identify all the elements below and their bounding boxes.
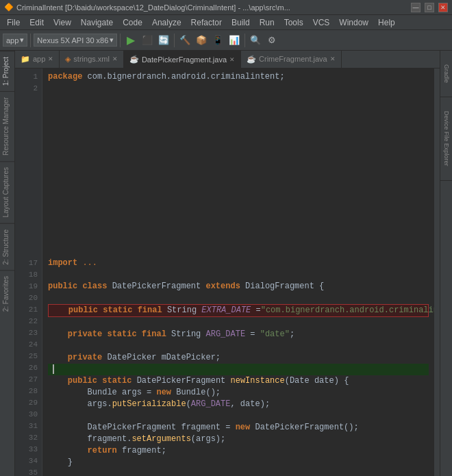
code-line-blank3 — [48, 118, 429, 129]
code-line-18 — [48, 269, 429, 281]
code-line-blank5 — [48, 141, 429, 153]
resource-manager-tool-window[interactable]: Resource Manager — [0, 91, 14, 161]
avd-manager-button[interactable]: 📱 — [210, 33, 225, 48]
structure-tool-window[interactable]: 2: Structure — [0, 223, 14, 271]
app-icon: 🔶 — [4, 3, 14, 12]
editor-area: 📁 app ✕ ◈ strings.xml ✕ ☕ DatePickerFrag… — [15, 51, 440, 476]
menu-run[interactable]: Run — [255, 16, 279, 29]
line-numbers: 1 2 17 18 19 20 21 — [15, 68, 42, 476]
tab-strings-label: strings.xml — [73, 55, 110, 63]
tab-app[interactable]: 📁 app ✕ — [15, 51, 60, 68]
code-line-25: private DatePicker mDatePicker; — [48, 352, 429, 364]
code-line-26 — [48, 364, 429, 375]
tab-strings-xml[interactable]: ◈ strings.xml ✕ — [60, 51, 124, 68]
code-line-28: Bundle args = new Bundle(); — [48, 387, 429, 399]
menu-code[interactable]: Code — [118, 16, 147, 29]
code-line-blank11 — [48, 211, 429, 223]
menu-analyze[interactable]: Analyze — [148, 16, 186, 29]
code-line-blank13 — [48, 234, 429, 246]
chevron-down-icon: ▾ — [20, 36, 24, 45]
code-line-1: package com.bignerdranch.android.crimina… — [48, 71, 429, 83]
tab-datepicker-fragment[interactable]: ☕ DatePickerFragment.java ✕ — [124, 51, 241, 68]
code-line-23: private static final String ARG_DATE = "… — [48, 329, 429, 340]
device-selector-label: Nexus 5X API 30 x86 — [37, 36, 108, 45]
code-line-blank7 — [48, 164, 429, 176]
chevron-down-icon-2: ▾ — [110, 36, 114, 45]
code-line-30 — [48, 410, 429, 422]
toolbar-separator-1 — [30, 34, 31, 47]
code-line-27: public static DatePickerFragment newInst… — [48, 375, 429, 387]
code-line-blank14 — [48, 246, 429, 258]
title-bar: 🔶 CriminalIntent [D:\baidu\workspace\12_… — [0, 0, 452, 15]
tab-strings-close[interactable]: ✕ — [112, 55, 118, 62]
code-line-blank12 — [48, 223, 429, 234]
code-content[interactable]: package com.bignerdranch.android.crimina… — [42, 68, 434, 476]
code-line-19: public class DatePickerFragment extends … — [48, 281, 429, 292]
favorites-tool-window[interactable]: 2: Favorites — [0, 270, 14, 317]
xml-icon: ◈ — [65, 55, 71, 64]
code-line-2 — [48, 83, 429, 95]
device-selector[interactable]: Nexus 5X API 30 x86 ▾ — [34, 34, 117, 47]
code-line-22 — [48, 317, 429, 329]
app-selector[interactable]: app ▾ — [3, 34, 27, 47]
tab-datepicker-label: DatePickerFragment.java — [142, 55, 227, 64]
toolbar-separator-2 — [120, 34, 121, 47]
gradle-tool-window[interactable]: Gradle — [440, 51, 452, 97]
toolbar-separator-4 — [244, 34, 245, 47]
menu-bar: File Edit View Navigate Code Analyze Ref… — [0, 15, 452, 30]
menu-edit[interactable]: Edit — [25, 16, 48, 29]
tab-crime-label: CrimeFragment.java — [259, 55, 327, 63]
run-button[interactable]: ▶ — [123, 33, 138, 48]
editor-tabs: 📁 app ✕ ◈ strings.xml ✕ ☕ DatePickerFrag… — [15, 51, 440, 68]
toolbar-separator-3 — [174, 34, 175, 47]
menu-refactor[interactable]: Refactor — [187, 16, 226, 29]
layout-captures-tool-window[interactable]: Layout Captures — [0, 161, 14, 223]
tab-app-label: app — [33, 55, 45, 63]
right-sidebar: Gradle Device File Explorer — [440, 51, 452, 476]
menu-window[interactable]: Window — [335, 16, 373, 29]
code-line-32: fragment.setArguments(args); — [48, 434, 429, 445]
code-line-33: return fragment; — [48, 445, 429, 457]
sdk-manager-button[interactable]: 📦 — [194, 33, 209, 48]
settings-button[interactable]: ⚙ — [264, 33, 279, 48]
minimize-button[interactable]: — — [411, 3, 420, 12]
code-line-20 — [48, 292, 429, 304]
editor-scrollbar[interactable] — [434, 68, 440, 476]
code-line-blank10 — [48, 199, 429, 211]
code-editor[interactable]: 1 2 17 18 19 20 21 — [15, 68, 440, 476]
tab-datepicker-close[interactable]: ✕ — [229, 56, 235, 63]
code-line-29: args.putSerializable(ARG_DATE, date); — [48, 399, 429, 410]
sync-button[interactable]: 🔄 — [156, 33, 171, 48]
maximize-button[interactable]: □ — [425, 3, 434, 12]
search-button[interactable]: 🔍 — [248, 33, 263, 48]
menu-file[interactable]: File — [3, 16, 24, 29]
tab-crime-fragment[interactable]: ☕ CrimeFragment.java ✕ — [241, 51, 342, 68]
toolbar: app ▾ Nexus 5X API 30 x86 ▾ ▶ ⬛ 🔄 🔨 📦 📱 … — [0, 30, 452, 51]
tab-crime-close[interactable]: ✕ — [330, 55, 336, 62]
code-line-34: } — [48, 457, 429, 468]
project-tool-window[interactable]: 1: Project — [0, 51, 14, 91]
code-line-blank8 — [48, 176, 429, 188]
code-line-blank2 — [48, 106, 429, 118]
code-line-blank — [48, 95, 429, 106]
code-line-21: public static final String EXTRA_DATE ="… — [48, 304, 429, 317]
code-line-blank4 — [48, 129, 429, 141]
menu-tools[interactable]: Tools — [280, 16, 307, 29]
menu-build[interactable]: Build — [227, 16, 254, 29]
code-line-35 — [48, 468, 429, 476]
menu-view[interactable]: View — [49, 16, 75, 29]
java-icon: ☕ — [129, 55, 139, 64]
code-line-blank6 — [48, 153, 429, 164]
build-button[interactable]: 🔨 — [177, 33, 192, 48]
menu-vcs[interactable]: VCS — [309, 16, 334, 29]
vertical-tools: 1: Project Resource Manager Layout Captu… — [0, 51, 15, 476]
profiler-button[interactable]: 📊 — [227, 33, 242, 48]
device-file-explorer-tool-window[interactable]: Device File Explorer — [440, 97, 452, 181]
app-selector-label: app — [6, 36, 18, 45]
close-button[interactable]: ✕ — [438, 3, 448, 12]
menu-navigate[interactable]: Navigate — [77, 16, 117, 29]
stop-button[interactable]: ⬛ — [140, 33, 155, 48]
content-area: 1: Project Resource Manager Layout Captu… — [0, 51, 452, 476]
menu-help[interactable]: Help — [374, 16, 399, 29]
tab-app-close[interactable]: ✕ — [48, 55, 53, 62]
